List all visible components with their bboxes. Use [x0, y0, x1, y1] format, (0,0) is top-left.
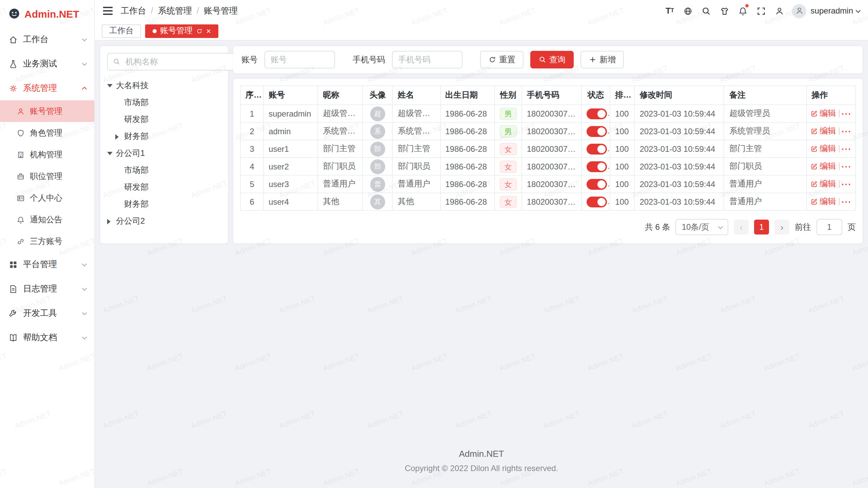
table-card: 序号 账号 昵称 头像 姓名 出生日期 性别 手机号码 状态 排序: [233, 79, 863, 243]
notification-badge: [746, 4, 749, 7]
logo[interactable]: Admin.NET: [0, 0, 94, 27]
tree-node[interactable]: 财务部: [115, 128, 221, 145]
page-size-select[interactable]: 10条/页: [676, 219, 728, 235]
org-panel: ··· 大名科技 市场部: [100, 46, 228, 243]
edit-button[interactable]: 编辑: [810, 143, 836, 155]
tree-node[interactable]: 分公司2: [107, 213, 221, 230]
edit-button[interactable]: 编辑: [810, 196, 836, 207]
status-toggle[interactable]: [587, 179, 607, 189]
edit-button[interactable]: 编辑: [810, 161, 836, 172]
sidebar-item-workbench[interactable]: 工作台: [0, 27, 94, 52]
sidebar-item-business-test[interactable]: 业务测试: [0, 52, 94, 76]
tab-workbench[interactable]: 工作台: [102, 24, 141, 38]
tree-node[interactable]: 财务部: [115, 196, 221, 213]
close-icon[interactable]: ×: [206, 27, 211, 35]
reset-button[interactable]: 重置: [480, 51, 524, 68]
font-size-icon[interactable]: TT: [661, 0, 679, 22]
chevron-down-icon: [82, 310, 87, 315]
edit-icon: [810, 145, 818, 152]
sidebar-item-label: 角色管理: [30, 127, 62, 139]
total-count: 共 6 条: [645, 221, 670, 233]
goto-page-input[interactable]: [816, 219, 842, 235]
search-button[interactable]: 查询: [530, 51, 574, 68]
theme-skin-icon[interactable]: [716, 0, 734, 22]
sidebar-item-org-mgmt[interactable]: 机构管理: [0, 144, 94, 165]
breadcrumb-item[interactable]: 系统管理: [158, 5, 192, 17]
breadcrumb-item[interactable]: 工作台: [121, 5, 146, 17]
edit-button[interactable]: 编辑: [810, 178, 836, 190]
sidebar-item-platform-mgmt[interactable]: 平台管理: [0, 252, 94, 277]
sidebar-item-dev-tools[interactable]: 开发工具: [0, 301, 94, 325]
tree-node[interactable]: 研发部: [115, 179, 221, 196]
tree-node-label: 大名科技: [116, 80, 149, 92]
tree-node[interactable]: 分公司1: [107, 145, 221, 162]
avatar[interactable]: [792, 4, 807, 18]
status-toggle[interactable]: [587, 161, 607, 172]
column-header: 序号: [240, 86, 263, 105]
tree-node[interactable]: 市场部: [115, 162, 221, 179]
sidebar-item-label: 个人中心: [30, 192, 62, 204]
profile-icon[interactable]: [771, 0, 789, 22]
more-actions-button[interactable]: ···: [842, 197, 852, 206]
flask-icon: [8, 59, 18, 69]
bell-icon[interactable]: [734, 0, 752, 22]
sidebar-item-third-party-account[interactable]: 三方账号: [0, 230, 94, 252]
search-icon[interactable]: [697, 0, 716, 22]
tab-label: 账号管理: [160, 25, 193, 37]
more-actions-button[interactable]: ···: [842, 179, 852, 189]
next-page-button[interactable]: ›: [774, 220, 789, 235]
sidebar-item-label: 三方账号: [30, 236, 62, 247]
fullscreen-icon[interactable]: [752, 0, 771, 22]
divider: [839, 180, 839, 188]
divider: [839, 110, 839, 117]
caret-right-icon[interactable]: [107, 219, 116, 224]
caret-right-icon[interactable]: [115, 134, 124, 139]
refresh-icon[interactable]: [196, 27, 203, 34]
home-icon: [8, 34, 18, 44]
sidebar-item-system-mgmt[interactable]: 系统管理: [0, 76, 94, 100]
breadcrumb: 工作台 / 系统管理 / 账号管理: [121, 5, 238, 17]
sidebar-item-log-mgmt[interactable]: 日志管理: [0, 277, 94, 301]
prev-page-button[interactable]: ‹: [734, 220, 749, 235]
column-header: 头像: [363, 86, 393, 105]
caret-down-icon[interactable]: [107, 84, 116, 87]
sidebar-submenu: 账号管理 角色管理 机构管理 职位管理 个人中心: [0, 100, 94, 252]
more-actions-button[interactable]: ···: [842, 144, 852, 154]
edit-button[interactable]: 编辑: [810, 125, 836, 137]
more-actions-button[interactable]: ···: [842, 109, 852, 118]
tree-node[interactable]: 大名科技: [107, 77, 221, 94]
collapse-menu-icon[interactable]: [103, 7, 113, 15]
tree-node[interactable]: 市场部: [115, 94, 221, 111]
app-root: Admin.NET 工作台 业务测试 系统管理 账号管理: [0, 0, 868, 488]
sidebar-item-position-mgmt[interactable]: 职位管理: [0, 165, 94, 187]
edit-button[interactable]: 编辑: [810, 108, 836, 119]
status-toggle[interactable]: [587, 108, 607, 119]
sidebar-item-role-mgmt[interactable]: 角色管理: [0, 122, 94, 144]
status-toggle[interactable]: [587, 143, 607, 154]
sidebar-item-help-docs[interactable]: 帮助文档: [0, 325, 94, 350]
search-icon: [113, 58, 121, 66]
user-menu[interactable]: superadmin: [811, 6, 860, 16]
status-toggle[interactable]: [587, 196, 607, 207]
column-header: 手机号码: [522, 86, 581, 105]
sidebar-item-personal-center[interactable]: 个人中心: [0, 187, 94, 209]
phone-input[interactable]: [392, 51, 462, 68]
tab-account-mgmt[interactable]: 账号管理 ×: [145, 24, 218, 38]
sidebar: Admin.NET 工作台 业务测试 系统管理 账号管理: [0, 0, 95, 488]
sidebar-item-label: 日志管理: [23, 283, 57, 294]
add-button[interactable]: 新增: [580, 51, 624, 68]
current-page-button[interactable]: 1: [754, 220, 769, 235]
sidebar-item-account-mgmt[interactable]: 账号管理: [0, 100, 94, 122]
sidebar-item-notice[interactable]: 通知公告: [0, 209, 94, 230]
account-input[interactable]: [264, 51, 335, 68]
pagination: 共 6 条 10条/页 ‹ 1 › 前往 页: [240, 211, 856, 235]
status-toggle[interactable]: [587, 126, 607, 137]
search-icon: [538, 56, 547, 64]
tree-node[interactable]: 研发部: [115, 111, 221, 128]
tree-node-label: 财务部: [124, 199, 149, 210]
more-actions-button[interactable]: ···: [842, 162, 852, 171]
more-actions-button[interactable]: ···: [842, 126, 852, 136]
caret-down-icon[interactable]: [107, 152, 116, 155]
org-search-input[interactable]: [124, 56, 232, 67]
globe-icon[interactable]: [679, 0, 697, 22]
